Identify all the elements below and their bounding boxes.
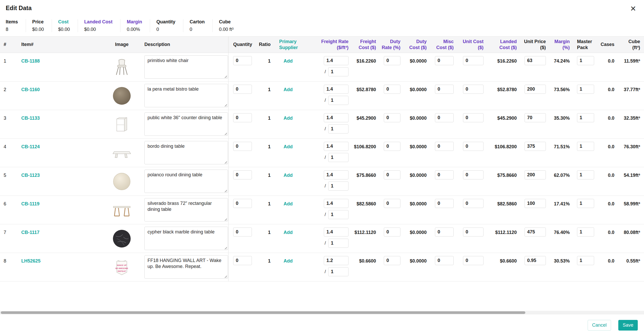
save-button[interactable]: Save — [618, 320, 638, 331]
add-supplier-link[interactable]: Add — [284, 116, 293, 121]
unit-price-input[interactable] — [525, 113, 546, 122]
description-resize-handle[interactable]: polanco round dining table — [144, 170, 228, 194]
duty-rate-input[interactable] — [384, 142, 400, 151]
unit-price-input[interactable] — [525, 199, 546, 208]
freight-rate-input[interactable] — [324, 113, 348, 122]
misc-cost-input[interactable] — [435, 256, 454, 265]
quantity-input[interactable] — [233, 227, 252, 237]
unit-price-input[interactable] — [525, 170, 546, 179]
description-resize-handle[interactable]: FF18 HANGING WALL ART - Wake up. Be Awes… — [144, 255, 228, 280]
description-resize-handle[interactable]: silverado brass 72" rectangular dining t… — [144, 198, 228, 223]
unit-price-input[interactable] — [525, 142, 546, 151]
freight-divisor-input[interactable] — [328, 96, 348, 105]
unit-price-input[interactable] — [525, 56, 546, 65]
item-link[interactable]: CB-1124 — [21, 144, 40, 149]
misc-cost-input[interactable] — [435, 227, 454, 237]
master-pack-input[interactable] — [577, 142, 594, 151]
misc-cost-input[interactable] — [435, 85, 454, 94]
freight-rate-input[interactable] — [324, 85, 348, 94]
freight-divisor-input[interactable] — [328, 267, 348, 276]
freight-rate-input[interactable] — [324, 170, 348, 179]
description-textarea[interactable]: FF18 HANGING WALL ART - Wake up. Be Awes… — [144, 255, 228, 279]
description-resize-handle[interactable]: cypher black marble dining table — [144, 227, 228, 251]
duty-rate-input[interactable] — [384, 56, 400, 65]
description-textarea[interactable]: bordo dining table — [144, 141, 228, 164]
close-icon[interactable]: ✕ — [629, 5, 637, 13]
quantity-input[interactable] — [233, 85, 252, 94]
unit-cost-input[interactable] — [463, 199, 484, 208]
freight-divisor-input[interactable] — [328, 124, 348, 133]
duty-rate-input[interactable] — [384, 227, 400, 237]
add-supplier-link[interactable]: Add — [284, 173, 293, 178]
description-resize-handle[interactable]: primitivo white chair — [144, 55, 228, 80]
item-link[interactable]: CB-1160 — [21, 87, 40, 92]
unit-cost-input[interactable] — [463, 113, 484, 122]
description-textarea[interactable]: polanco round dining table — [144, 170, 228, 193]
quantity-input[interactable] — [233, 256, 252, 265]
freight-rate-input[interactable] — [324, 142, 348, 151]
freight-divisor-input[interactable] — [328, 67, 348, 76]
freight-divisor-input[interactable] — [328, 239, 348, 248]
description-textarea[interactable]: primitivo white chair — [144, 55, 228, 79]
item-link[interactable]: CB-1188 — [21, 58, 40, 64]
item-link[interactable]: CB-1133 — [21, 116, 40, 121]
add-supplier-link[interactable]: Add — [284, 58, 293, 64]
description-textarea[interactable]: public white 36" counter dining table — [144, 112, 228, 136]
master-pack-input[interactable] — [577, 113, 594, 122]
quantity-input[interactable] — [233, 113, 252, 122]
unit-cost-input[interactable] — [463, 85, 484, 94]
duty-rate-input[interactable] — [384, 85, 400, 94]
misc-cost-input[interactable] — [435, 199, 454, 208]
item-link[interactable]: LH52625 — [21, 258, 41, 264]
freight-rate-input[interactable] — [324, 56, 348, 65]
unit-price-input[interactable] — [525, 256, 546, 265]
freight-divisor-input[interactable] — [328, 182, 348, 191]
master-pack-input[interactable] — [577, 56, 594, 65]
unit-cost-input[interactable] — [463, 56, 484, 65]
unit-cost-input[interactable] — [463, 256, 484, 265]
freight-rate-input[interactable] — [324, 256, 348, 265]
master-pack-input[interactable] — [577, 227, 594, 237]
add-supplier-link[interactable]: Add — [284, 201, 293, 206]
description-resize-handle[interactable]: public white 36" counter dining table — [144, 112, 228, 137]
freight-divisor-input[interactable] — [328, 210, 348, 219]
item-link[interactable]: CB-1117 — [21, 230, 39, 235]
unit-price-input[interactable] — [525, 227, 546, 237]
add-supplier-link[interactable]: Add — [284, 230, 293, 235]
duty-rate-input[interactable] — [384, 170, 400, 179]
quantity-input[interactable] — [233, 199, 252, 208]
unit-price-input[interactable] — [525, 85, 546, 94]
misc-cost-input[interactable] — [435, 113, 454, 122]
misc-cost-input[interactable] — [435, 142, 454, 151]
add-supplier-link[interactable]: Add — [284, 144, 293, 149]
description-resize-handle[interactable]: bordo dining table — [144, 141, 228, 165]
item-link[interactable]: CB-1119 — [21, 201, 39, 206]
freight-rate-input[interactable] — [324, 199, 348, 208]
add-supplier-link[interactable]: Add — [284, 258, 293, 264]
master-pack-input[interactable] — [577, 170, 594, 179]
cancel-button[interactable]: Cancel — [588, 320, 611, 331]
description-resize-handle[interactable]: la pera metal bistro table — [144, 84, 228, 108]
master-pack-input[interactable] — [577, 85, 594, 94]
quantity-input[interactable] — [233, 170, 252, 179]
quantity-input[interactable] — [233, 56, 252, 65]
misc-cost-input[interactable] — [435, 170, 454, 179]
freight-divisor-input[interactable] — [328, 153, 348, 162]
horizontal-scrollbar[interactable] — [0, 311, 644, 314]
unit-cost-input[interactable] — [463, 170, 484, 179]
master-pack-input[interactable] — [577, 256, 594, 265]
duty-rate-input[interactable] — [384, 256, 400, 265]
description-textarea[interactable]: la pera metal bistro table — [144, 84, 228, 107]
master-pack-input[interactable] — [577, 199, 594, 208]
quantity-input[interactable] — [233, 142, 252, 151]
misc-cost-input[interactable] — [435, 56, 454, 65]
duty-rate-input[interactable] — [384, 113, 400, 122]
unit-cost-input[interactable] — [463, 227, 484, 237]
item-link[interactable]: CB-1123 — [21, 173, 40, 178]
unit-cost-input[interactable] — [463, 142, 484, 151]
description-textarea[interactable]: cypher black marble dining table — [144, 227, 228, 250]
add-supplier-link[interactable]: Add — [284, 87, 293, 92]
scrollbar-thumb[interactable] — [1, 311, 525, 314]
description-textarea[interactable]: silverado brass 72" rectangular dining t… — [144, 198, 228, 221]
duty-rate-input[interactable] — [384, 199, 400, 208]
